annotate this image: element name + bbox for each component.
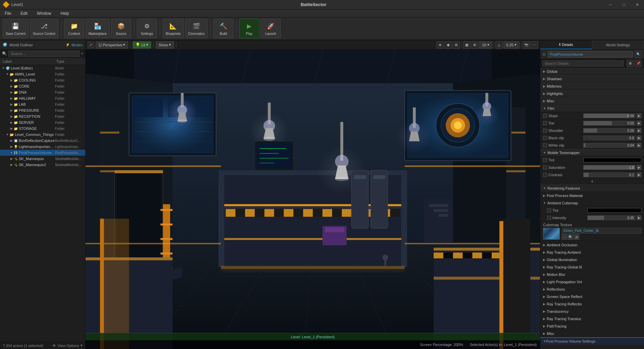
viewport-canvas[interactable]: Level: Level_1 (Persistent) Screen Perce… bbox=[86, 50, 540, 349]
save-current-button[interactable]: 💾 Save Current bbox=[3, 19, 29, 38]
shoulder-arrow-btn[interactable]: ▶ bbox=[637, 128, 641, 133]
menu-file[interactable]: File bbox=[3, 10, 13, 16]
tree-item[interactable]: ▶ 📁 PRESSURE Folder bbox=[0, 107, 85, 113]
saturation-arrow-btn[interactable]: ▶ bbox=[637, 165, 641, 170]
settings-button[interactable]: ⚙ Settings bbox=[137, 19, 157, 38]
shoulder-slider[interactable]: 0.26 bbox=[583, 128, 635, 133]
tree-item[interactable]: ▼ 🌍 Level (Editor) World bbox=[0, 65, 85, 71]
saturation-slider[interactable]: 1.0 bbox=[583, 165, 635, 170]
contrast-slider[interactable]: 0.1 bbox=[583, 172, 635, 177]
feat-pathtracing[interactable]: ▶ PathTracing bbox=[540, 322, 644, 330]
surface-snapping-button[interactable]: ▦ bbox=[463, 41, 470, 49]
content-button[interactable]: 📁 Content bbox=[64, 19, 84, 38]
intensity-checkbox[interactable] bbox=[547, 216, 551, 220]
grid-size-button[interactable]: 10 ▾ bbox=[479, 41, 492, 49]
feat-light-propagation-vol[interactable]: ▶ Light Propagation Vol bbox=[540, 278, 644, 286]
feat-misc[interactable]: ▶ Misc bbox=[540, 330, 644, 337]
tint-checkbox[interactable] bbox=[543, 158, 547, 162]
tab-details[interactable]: ℹ Details bbox=[540, 40, 592, 49]
snap-value-button[interactable]: 0.25 ▾ bbox=[503, 41, 520, 49]
camera-speed-button[interactable]: 📷 bbox=[523, 41, 530, 49]
viewport-maximize-button[interactable]: ⤢ bbox=[88, 42, 94, 48]
section-mobile-tonemapper[interactable]: ▼ Mobile Tonemapper bbox=[540, 149, 644, 156]
close-button[interactable]: ✕ bbox=[631, 0, 644, 9]
slope-checkbox[interactable] bbox=[543, 114, 547, 118]
maximize-button[interactable]: □ bbox=[617, 0, 631, 9]
source-control-button[interactable]: ⎇ Source Control bbox=[30, 19, 58, 38]
view-options-button[interactable]: 👁 View Options ▾ bbox=[52, 343, 83, 348]
rotate-icon-button[interactable]: ◉ bbox=[444, 41, 452, 49]
black-clip-checkbox[interactable] bbox=[543, 136, 547, 140]
contrast-checkbox[interactable] bbox=[543, 173, 547, 177]
section-shadows[interactable]: ▶ Shadows bbox=[540, 75, 644, 83]
source-button[interactable]: 📦 Source bbox=[111, 19, 131, 38]
feat-reflections[interactable]: ▶ Reflections bbox=[540, 286, 644, 293]
menu-help[interactable]: Help bbox=[59, 10, 71, 16]
cubemap-tint-swatch[interactable] bbox=[587, 208, 641, 213]
blueprints-button[interactable]: 📐 Blueprints bbox=[163, 19, 183, 38]
launch-button[interactable]: 🚀 Launch bbox=[261, 19, 281, 38]
minimize-button[interactable]: ─ bbox=[604, 0, 617, 9]
search-object-button[interactable]: 🔍 bbox=[635, 51, 642, 58]
feat-post-process-material[interactable]: ▶ Post Process Material bbox=[540, 192, 644, 199]
feat-ambient-occlusion[interactable]: ▶ Ambient Occlusion bbox=[540, 241, 644, 249]
details-search-input[interactable] bbox=[542, 60, 624, 66]
saturation-checkbox[interactable] bbox=[543, 165, 547, 169]
section-global[interactable]: ▶ Global bbox=[540, 68, 644, 75]
scale-icon-button[interactable]: ⊞ bbox=[452, 41, 460, 49]
cubemap-open-btn[interactable]: ⊞ bbox=[574, 234, 579, 240]
details-content[interactable]: ▶ Global ▶ Shadows ▶ Midtones ▶ Highligh… bbox=[540, 68, 644, 349]
section-misc[interactable]: ▶ Misc bbox=[540, 97, 644, 105]
feat-translucency[interactable]: ▶ Translucency bbox=[540, 308, 644, 315]
menu-edit[interactable]: Edit bbox=[18, 10, 30, 16]
toe-slider[interactable]: 0.55 bbox=[583, 121, 635, 126]
section-midtones[interactable]: ▶ Midtones bbox=[540, 83, 644, 90]
tree-item[interactable]: ▶ 📁 CORE Folder bbox=[0, 83, 85, 89]
lit-button[interactable]: 💡 Lit ▾ bbox=[132, 41, 151, 49]
cubemap-search-btn[interactable]: 🔍 bbox=[568, 234, 573, 240]
tree-item[interactable]: ▶ 💡 LightmassImportanceVolu LightmassImp… bbox=[0, 144, 85, 150]
outliner-search-input[interactable] bbox=[8, 51, 79, 57]
filter-button[interactable]: ⊞ bbox=[627, 60, 634, 67]
white-clip-checkbox[interactable] bbox=[543, 143, 547, 147]
tree-item[interactable]: ▼ 📂 AMIN_Level Folder bbox=[0, 71, 85, 77]
cinematics-button[interactable]: 🎬 Cinematics bbox=[185, 19, 208, 38]
details-object-name-input[interactable] bbox=[548, 51, 633, 57]
feat-ray-tracing-ambient[interactable]: ▶ Ray Tracing Ambient bbox=[540, 249, 644, 256]
feat-motion-blur[interactable]: ▶ Motion Blur bbox=[540, 271, 644, 278]
marketplace-button[interactable]: 🏪 Marketplace bbox=[86, 19, 110, 38]
add-icon[interactable]: + bbox=[81, 51, 83, 56]
transform-icon-button[interactable]: ⊕ bbox=[436, 41, 444, 49]
feat-ray-tracing-reflectio[interactable]: ▶ Ray Tracing Reflectio bbox=[540, 300, 644, 308]
cubemap-texture-name[interactable]: Etnies_Park_Center_3k bbox=[562, 228, 641, 234]
tree-item[interactable]: ▶ 🤸 SK_Mannequin2 SkeletalMeshAc... bbox=[0, 162, 85, 168]
tree-item[interactable]: ▼ 📂 Level_Common_Things Folder bbox=[0, 132, 85, 138]
perspective-button[interactable]: ◱ Perspective ▾ bbox=[96, 41, 128, 49]
cubemap-tint-checkbox[interactable] bbox=[547, 208, 551, 212]
shoulder-checkbox[interactable] bbox=[543, 129, 547, 133]
menu-window[interactable]: Window bbox=[35, 10, 53, 16]
viewport-options-button[interactable]: ⋯ bbox=[531, 41, 538, 49]
tree-item[interactable]: ▶ 📁 HALLWAY Folder bbox=[0, 95, 85, 101]
cubemap-arrow-btn[interactable]: ← bbox=[562, 234, 567, 240]
black-clip-slider[interactable]: 0.0 bbox=[583, 136, 635, 140]
tree-item[interactable]: ▶ 📁 LAB Folder bbox=[0, 101, 85, 107]
white-clip-slider[interactable]: 0.04 bbox=[583, 143, 635, 148]
feat-global-illumination[interactable]: ▶ Global Illumination bbox=[540, 256, 644, 263]
angle-snap-button[interactable]: △ bbox=[495, 41, 503, 49]
modes-label[interactable]: Modes bbox=[71, 43, 83, 47]
slope-slider[interactable]: 0.88 bbox=[583, 113, 635, 118]
white-clip-arrow-btn[interactable]: ▶ bbox=[637, 143, 641, 148]
pin-button[interactable]: 📌 bbox=[635, 60, 642, 67]
feat-ray-tracing-global-ill[interactable]: ▶ Ray Tracing Global Ill bbox=[540, 263, 644, 271]
tree-item[interactable]: ▶ 🔲 BoxReflectionCapture BoxReflectionC.… bbox=[0, 138, 85, 144]
slope-arrow-btn[interactable]: ▶ bbox=[637, 113, 641, 118]
tree-item[interactable]: ▶ 📁 COOLING Folder bbox=[0, 77, 85, 83]
build-button[interactable]: 🔨 Build bbox=[213, 19, 233, 38]
pp-volume-settings-header[interactable]: ▼ Post Process Volume Settings bbox=[540, 337, 644, 345]
tree-item[interactable]: ▶ 📁 SERVER Folder bbox=[0, 119, 85, 126]
tab-world-settings[interactable]: World Settings bbox=[592, 40, 644, 49]
tree-item[interactable]: ▶ 📁 STORAGE Folder bbox=[0, 126, 85, 132]
expand-more-button[interactable]: ▼ bbox=[540, 179, 644, 185]
toe-arrow-btn[interactable]: ▶ bbox=[637, 121, 641, 126]
